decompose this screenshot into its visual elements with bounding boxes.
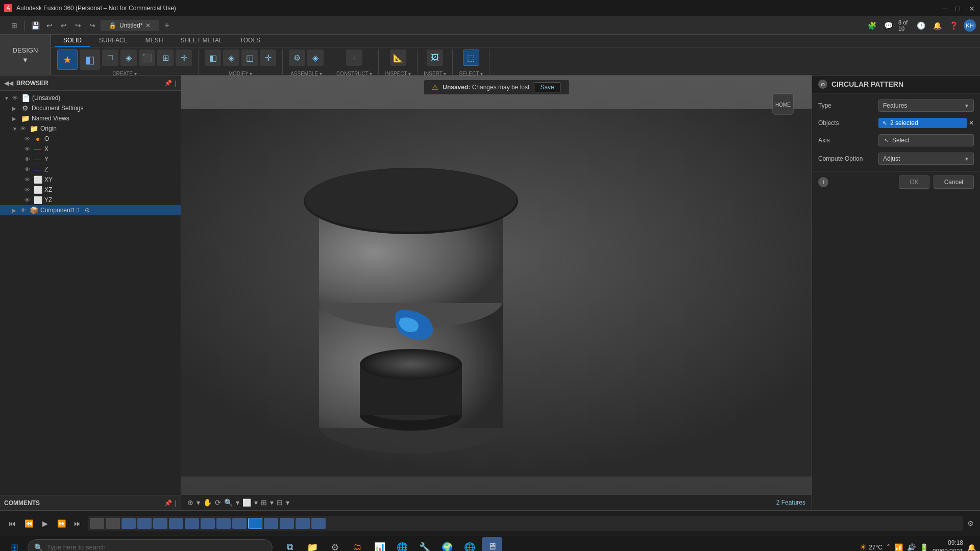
maximize-button[interactable]: □ [955, 5, 963, 12]
capture-icon[interactable]: ⊙ [85, 207, 90, 214]
assemble-joint-icon[interactable]: ⚙ [289, 49, 305, 66]
undo-icon[interactable]: ↩ [43, 19, 56, 32]
objects-selected-tag[interactable]: ↖ 2 selected [878, 118, 967, 128]
info-icon[interactable]: i [818, 177, 828, 187]
zoom-icon[interactable]: 🔍 [224, 498, 233, 507]
tab-solid[interactable]: SOLID [55, 35, 90, 47]
cancel-button[interactable]: Cancel [934, 176, 974, 189]
user-avatar[interactable]: KH [964, 19, 976, 32]
folder-app-icon[interactable]: 🗂 [347, 537, 368, 552]
tree-item-xz-plane[interactable]: 👁 ⬜ XZ [0, 185, 181, 195]
notification-bell-icon[interactable]: 🔔 [967, 543, 976, 552]
edge-icon[interactable]: 🌍 [437, 537, 457, 552]
weather-widget[interactable]: ☀ 27°C [860, 542, 883, 551]
eye-icon[interactable]: 👁 [20, 207, 26, 213]
clock-widget[interactable]: 09:18 09/09/2021 [933, 539, 963, 551]
start-button[interactable]: ⊞ [4, 537, 24, 552]
tab-surface[interactable]: SURFACE [91, 35, 136, 47]
create-new-body-icon[interactable]: ★ [57, 49, 78, 70]
3d-model-canvas[interactable] [181, 76, 812, 510]
viewport[interactable]: ⚠ Unsaved: Changes may be lost Save [181, 76, 812, 510]
grid-dropdown-icon[interactable]: ▾ [270, 498, 274, 507]
chrome-icon[interactable]: 🌐 [392, 537, 412, 552]
file-tab[interactable]: 🔒 Untitled* ✕ [101, 20, 159, 31]
comments-expand-icon[interactable]: | [175, 499, 177, 507]
tree-item-xy-plane[interactable]: 👁 ⬜ XY [0, 174, 181, 185]
selected-app[interactable]: 🖥 [482, 537, 502, 552]
close-button[interactable]: ✕ [969, 5, 976, 12]
timeline-next-icon[interactable]: ⏩ [55, 517, 67, 530]
timeline-item[interactable] [169, 518, 183, 529]
tree-item-origin[interactable]: ▼ 👁 📁 Origin [0, 123, 181, 134]
eye-icon[interactable]: 👁 [24, 187, 30, 193]
timeline-item[interactable] [106, 518, 120, 529]
help-icon[interactable]: ❓ [947, 19, 960, 32]
modify-shell-icon[interactable]: ◫ [241, 49, 258, 66]
timeline-item[interactable] [90, 518, 104, 529]
tree-item-named-views[interactable]: ▶ 📁 Named Views [0, 113, 181, 123]
orbit-icon[interactable]: ⊕ [187, 498, 193, 507]
timeline-item[interactable] [311, 518, 326, 529]
tab-close-icon[interactable]: ✕ [145, 22, 151, 29]
eye-icon[interactable]: 👁 [24, 166, 30, 172]
modify-press-pull-icon[interactable]: ◧ [205, 49, 221, 66]
new-tab-icon[interactable]: ＋ [163, 20, 171, 31]
file-explorer-icon[interactable]: 📁 [302, 537, 323, 552]
chrome2-icon[interactable]: 🌐 [459, 537, 480, 552]
ok-button[interactable]: OK [899, 176, 929, 189]
fusion-icon[interactable]: 🔧 [414, 537, 435, 552]
save-icon[interactable]: 💾 [29, 19, 41, 32]
settings-icon[interactable]: ⚙ [325, 537, 345, 552]
timeline-item[interactable] [121, 518, 136, 529]
insert-image-icon[interactable]: 🖼 [427, 49, 443, 66]
eye-icon[interactable]: 👁 [24, 146, 30, 152]
timeline-item-active[interactable] [248, 518, 262, 529]
inspect-measure-icon[interactable]: 📐 [390, 49, 406, 66]
comments-icon[interactable]: 💬 [882, 19, 894, 32]
create-more-icon[interactable]: ✛ [176, 49, 192, 66]
timeline-item[interactable] [280, 518, 294, 529]
timeline-item[interactable] [137, 518, 152, 529]
task-view-icon[interactable]: ⧉ [280, 537, 300, 552]
create-rib-icon[interactable]: ⊞ [157, 49, 174, 66]
timeline-track[interactable] [88, 516, 963, 531]
view-options-icon[interactable]: ▾ [197, 498, 200, 507]
timeline-prev-icon[interactable]: ⏪ [22, 517, 35, 530]
timeline-item[interactable] [216, 518, 231, 529]
eye-icon[interactable]: 👁 [24, 136, 30, 142]
redo2-icon[interactable]: ↪ [86, 19, 99, 32]
notifications-icon[interactable]: 🔔 [931, 19, 943, 32]
battery-icon[interactable]: 🔋 [920, 543, 928, 552]
zoom-dropdown-icon[interactable]: ▾ [236, 498, 239, 507]
timeline-item[interactable] [232, 518, 247, 529]
view-type-icon[interactable]: ⊟ [277, 498, 283, 507]
collapse-browser-icon[interactable]: ◀◀ [4, 80, 13, 87]
timeline-start-icon[interactable]: ⏮ [6, 517, 18, 530]
assemble-more-icon[interactable]: ◈ [307, 49, 324, 66]
tree-item-z-axis[interactable]: 👁 — Z [0, 164, 181, 174]
create-extrude-icon[interactable]: ◧ [80, 49, 100, 70]
orbit2-icon[interactable]: ⟳ [215, 498, 221, 507]
timeline-play-icon[interactable]: ▶ [39, 517, 51, 530]
grid-icon[interactable]: ⊞ [261, 498, 267, 507]
extensions-icon[interactable]: 🧩 [866, 19, 878, 32]
create-sweep-icon[interactable]: ◈ [120, 49, 137, 66]
search-bar[interactable]: 🔍 Type here to search [28, 539, 273, 552]
eye-icon[interactable]: 👁 [20, 126, 26, 132]
modify-fillet-icon[interactable]: ◈ [223, 49, 239, 66]
tree-item-doc-settings[interactable]: ▶ ⚙ Document Settings [0, 103, 181, 113]
display-icon[interactable]: ⬜ [242, 498, 251, 507]
view-dropdown-icon[interactable]: ▾ [286, 498, 289, 507]
timeline-item[interactable] [153, 518, 167, 529]
construct-plane-icon[interactable]: ⟂ [346, 49, 362, 66]
eye-icon[interactable]: 👁 [12, 95, 18, 101]
volume-icon[interactable]: 🔊 [907, 543, 916, 552]
tree-item-yz-plane[interactable]: 👁 ⬜ YZ [0, 195, 181, 205]
view-cube[interactable]: HOME [763, 84, 803, 124]
browser-expand-icon[interactable]: | [175, 80, 177, 87]
tree-item-origin-point[interactable]: 👁 ● O [0, 134, 181, 144]
tree-item-y-axis[interactable]: 👁 — Y [0, 154, 181, 164]
eye-icon[interactable]: 👁 [24, 197, 30, 203]
tab-sheet-metal[interactable]: SHEET METAL [172, 35, 230, 47]
comments-pin-icon[interactable]: 📌 [164, 499, 172, 507]
